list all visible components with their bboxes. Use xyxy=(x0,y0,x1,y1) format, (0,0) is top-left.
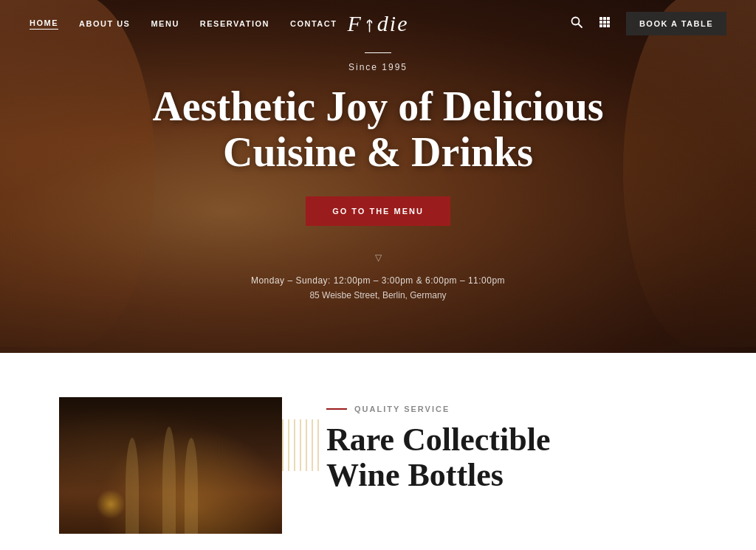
nav-right: Book A Table xyxy=(570,12,726,35)
hero-title: Aesthetic Joy of Delicious Cuisine & Dri… xyxy=(152,84,603,175)
nav-about[interactable]: About Us xyxy=(79,19,130,28)
quality-label-group: Quality Service xyxy=(326,405,697,413)
nav-links: Home About Us Menu Reservation Contact xyxy=(30,18,337,30)
svg-rect-6 xyxy=(599,21,602,24)
nav-contact[interactable]: Contact xyxy=(290,19,337,28)
featured-image-column xyxy=(59,397,282,534)
hero-cta-button[interactable]: Go To The Menu xyxy=(306,196,450,226)
svg-rect-8 xyxy=(607,21,610,24)
hero-triangle-icon: ▽ xyxy=(152,252,603,264)
nav-menu[interactable]: Menu xyxy=(151,19,179,28)
hero-section: Since 1995 Aesthetic Joy of Delicious Cu… xyxy=(0,0,756,353)
svg-rect-10 xyxy=(603,24,606,27)
svg-rect-5 xyxy=(607,17,610,20)
featured-section: Quality Service Rare Collectible Wine Bo… xyxy=(0,353,756,550)
nav-reservation[interactable]: Reservation xyxy=(200,19,269,28)
svg-rect-11 xyxy=(607,24,610,27)
hero-address: 85 Weisbe Street, Berlin, Germany xyxy=(152,290,603,300)
svg-rect-9 xyxy=(599,24,602,27)
svg-rect-7 xyxy=(603,21,606,24)
navbar: Home About Us Menu Reservation Contact F… xyxy=(0,0,756,47)
hero-hours: Monday – Sunday: 12:00pm – 3:00pm & 6:00… xyxy=(152,275,603,286)
site-logo[interactable]: F die xyxy=(348,11,409,36)
quality-line-decoration xyxy=(326,408,347,410)
search-icon[interactable] xyxy=(570,16,583,32)
book-table-button[interactable]: Book A Table xyxy=(626,12,726,35)
quality-label-text: Quality Service xyxy=(354,405,450,413)
hero-since: Since 1995 xyxy=(152,62,603,72)
svg-line-2 xyxy=(578,24,582,27)
svg-point-0 xyxy=(369,24,371,26)
grid-icon[interactable] xyxy=(598,16,611,32)
decorative-lines xyxy=(282,419,319,471)
featured-image xyxy=(59,397,282,534)
svg-rect-4 xyxy=(603,17,606,20)
hero-divider xyxy=(365,52,391,53)
hero-content: Since 1995 Aesthetic Joy of Delicious Cu… xyxy=(137,52,618,300)
featured-text-column: Quality Service Rare Collectible Wine Bo… xyxy=(326,397,697,494)
svg-rect-3 xyxy=(599,17,602,20)
nav-home[interactable]: Home xyxy=(30,18,58,30)
section-title: Rare Collectible Wine Bottles xyxy=(326,422,697,494)
